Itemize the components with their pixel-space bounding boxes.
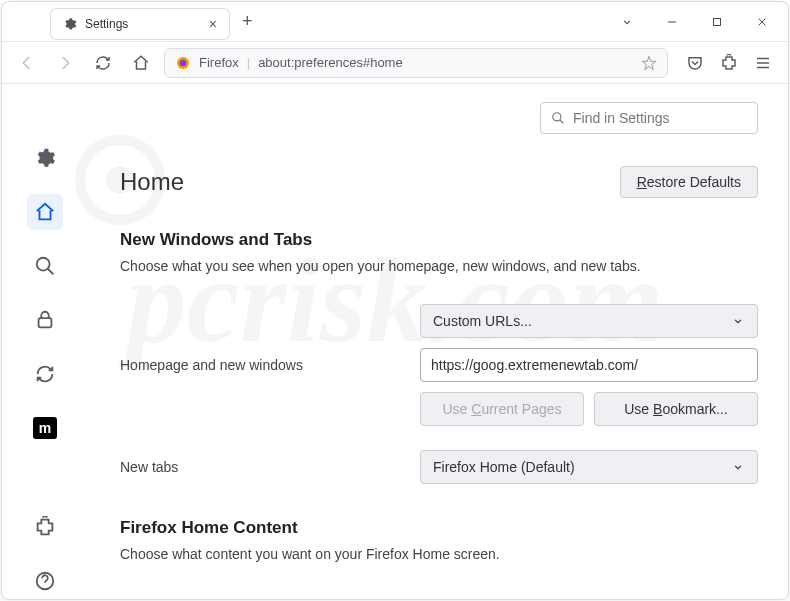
gear-icon [63,17,77,31]
bookmark-star-icon[interactable] [641,55,657,71]
url-prefix: Firefox [199,55,239,70]
back-button [12,48,42,78]
minimize-button[interactable] [649,6,694,38]
sidebar-item-extensions[interactable] [27,509,63,545]
homepage-dropdown-value: Custom URLs... [433,313,532,329]
find-in-settings[interactable]: Find in Settings [540,102,758,134]
home-button[interactable] [126,48,156,78]
svg-point-4 [180,59,187,66]
use-current-pages-button: Use Current Pages [420,392,584,426]
new-tabs-label: New tabs [120,459,400,475]
m-icon: m [33,417,57,439]
tabs-dropdown-icon[interactable] [604,6,649,38]
section-new-windows-title: New Windows and Tabs [120,230,758,250]
reload-button[interactable] [88,48,118,78]
extensions-icon[interactable] [714,48,744,78]
main-content: Find in Settings Home Restore Defaults N… [88,84,788,599]
homepage-url-input[interactable] [420,348,758,382]
sidebar-item-help[interactable] [27,563,63,599]
chevron-down-icon [731,314,745,328]
pocket-icon[interactable] [680,48,710,78]
browser-tab[interactable]: Settings × [50,8,230,40]
sidebar-item-general[interactable] [27,140,63,176]
section-new-windows-desc: Choose what you see when you open your h… [120,258,758,274]
chevron-down-icon [731,460,745,474]
url-text: about:preferences#home [258,55,403,70]
sidebar-item-more[interactable]: m [27,410,63,446]
svg-point-8 [553,113,561,121]
homepage-label: Homepage and new windows [120,357,400,373]
homepage-dropdown[interactable]: Custom URLs... [420,304,758,338]
maximize-button[interactable] [694,6,739,38]
menu-icon[interactable] [748,48,778,78]
url-divider: | [247,55,250,70]
titlebar: Settings × + [2,2,788,42]
section-home-content-desc: Choose what content you want on your Fir… [120,546,758,562]
toolbar: Firefox | about:preferences#home [2,42,788,84]
tab-title: Settings [85,17,128,31]
svg-point-5 [37,258,50,271]
sidebar-item-sync[interactable] [27,356,63,392]
sidebar-item-search[interactable] [27,248,63,284]
page-heading: Home [120,168,184,196]
restore-defaults-button[interactable]: Restore Defaults [620,166,758,198]
new-tab-button[interactable]: + [242,11,253,32]
search-icon [551,111,565,125]
new-tabs-dropdown[interactable]: Firefox Home (Default) [420,450,758,484]
close-button[interactable] [739,6,784,38]
find-placeholder: Find in Settings [573,110,670,126]
new-tabs-dropdown-value: Firefox Home (Default) [433,459,575,475]
forward-button [50,48,80,78]
url-bar[interactable]: Firefox | about:preferences#home [164,48,668,78]
svg-rect-2 [713,18,720,25]
sidebar-item-home[interactable] [27,194,63,230]
firefox-icon [175,55,191,71]
sidebar-item-privacy[interactable] [27,302,63,338]
use-bookmark-button[interactable]: Use Bookmark... [594,392,758,426]
settings-sidebar: m [2,84,88,599]
svg-rect-6 [39,318,52,327]
section-home-content-title: Firefox Home Content [120,518,758,538]
close-tab-icon[interactable]: × [209,16,217,32]
